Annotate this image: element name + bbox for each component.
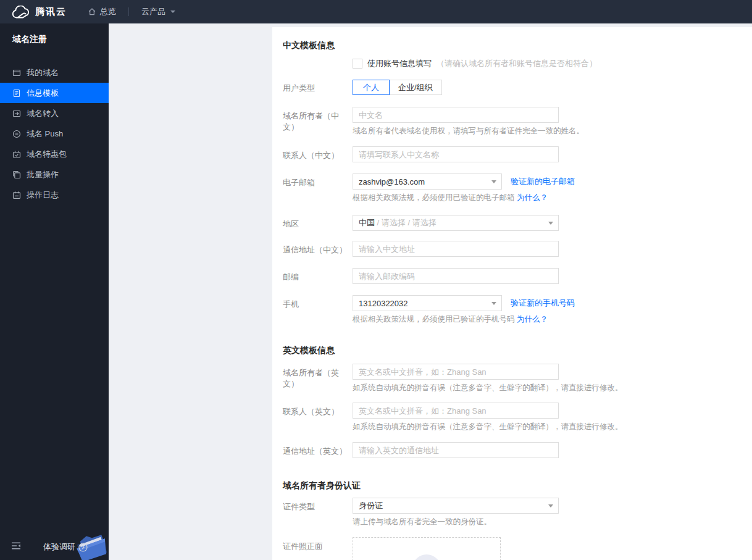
mobile-why-link[interactable]: 为什么？	[517, 315, 548, 324]
sidebar-item-domain-push[interactable]: 域名 Push	[0, 123, 109, 144]
contact-en-help: 如系统自动填充的拼音有误（注意多音字、生僻字的翻译），请直接进行修改。	[353, 422, 623, 432]
brand-name: 腾讯云	[35, 6, 67, 18]
topbar: 腾讯云 总览 云产品	[0, 0, 752, 23]
sidebar-item-label: 域名 Push	[27, 128, 63, 140]
nav-overview[interactable]: 总览	[85, 0, 119, 23]
verify-new-mobile-link[interactable]: 验证新的手机号码	[511, 295, 575, 311]
address-cn-input[interactable]	[353, 241, 559, 257]
mobile-help: 根据相关政策法规，必须使用已验证的手机号码 为什么？	[353, 315, 575, 324]
sidebar-item-label: 域名转入	[27, 108, 59, 119]
email-help: 根据相关政策法规，必须使用已验证的电子邮箱 为什么？	[353, 193, 575, 203]
region-select[interactable]: 中国 / 请选择 / 请选择	[353, 215, 559, 231]
region-selected-country: 中国	[359, 217, 375, 228]
sidebar: 域名注册 我的域名 信息模板 域名转入 域名 Push	[0, 23, 109, 560]
topnav-divider	[128, 7, 129, 16]
user-type-personal-button[interactable]: 个人	[353, 80, 390, 95]
user-type-org-button[interactable]: 企业/组织	[389, 80, 442, 95]
contact-en-label: 联系人（英文）	[283, 403, 353, 432]
verify-new-email-link[interactable]: 验证新的电子邮箱	[511, 173, 575, 190]
chevron-down-icon	[548, 504, 553, 508]
cert-type-label: 证件类型	[283, 498, 353, 527]
section-title-cn-template: 中文模板信息	[283, 40, 752, 50]
use-account-info-checkbox[interactable]	[353, 59, 362, 69]
cert-front-upload-area[interactable]	[353, 537, 501, 560]
cert-type-select[interactable]: 身份证	[353, 498, 559, 514]
owner-cn-label: 域名所有者（中文）	[283, 107, 353, 136]
address-en-label: 通信地址（英文）	[283, 442, 353, 458]
sidebar-item-batch-operations[interactable]: 批量操作	[0, 164, 109, 185]
user-type-switch: 个人 企业/组织	[353, 80, 442, 95]
mobile-select[interactable]: 13120322032	[353, 295, 502, 311]
collapse-sidebar-icon[interactable]	[11, 542, 21, 551]
chevron-down-icon	[548, 222, 553, 225]
email-selected-value: zashvip@163.com	[359, 177, 425, 186]
document-icon	[12, 89, 21, 98]
contact-en-input[interactable]	[353, 403, 559, 419]
tencent-cloud-logo[interactable]: 腾讯云	[11, 6, 67, 19]
section-title-en-template: 英文模板信息	[283, 345, 752, 355]
transfer-icon	[12, 109, 21, 118]
address-en-input[interactable]	[353, 442, 559, 458]
postcode-label: 邮编	[283, 268, 353, 284]
survey-label: 体验调研	[43, 541, 75, 553]
main-area: 中文模板信息 使用账号信息填写 （请确认域名所有者和账号信息是否相符合） 用户类…	[109, 23, 752, 560]
form-card: 中文模板信息 使用账号信息填写 （请确认域名所有者和账号信息是否相符合） 用户类…	[272, 27, 752, 560]
nav-overview-label: 总览	[100, 6, 116, 17]
owner-en-label: 域名所有者（英文）	[283, 364, 353, 393]
circle-arrow-icon	[78, 543, 88, 552]
sidebar-item-label: 批量操作	[27, 169, 59, 180]
mobile-help-text: 根据相关政策法规，必须使用已验证的手机号码	[353, 315, 515, 324]
sidebar-title: 域名注册	[0, 23, 109, 54]
push-icon	[12, 130, 21, 138]
owner-cn-help: 域名所有者代表域名使用权，请填写与所有者证件完全一致的姓名。	[353, 127, 584, 136]
batch-icon	[12, 170, 21, 179]
section-title-owner-identity: 域名所有者身份认证	[283, 480, 752, 490]
cert-type-help: 请上传与域名所有者完全一致的身份证。	[353, 517, 559, 527]
contact-cn-label: 联系人（中文）	[283, 146, 353, 162]
owner-en-input[interactable]	[353, 364, 559, 380]
sidebar-item-my-domains[interactable]: 我的域名	[0, 62, 109, 83]
sidebar-item-domain-deal-package[interactable]: 域名特惠包	[0, 144, 109, 164]
email-select[interactable]: zashvip@163.com	[353, 173, 502, 190]
cloud-logo-icon	[11, 6, 30, 19]
owner-en-help: 如系统自动填充的拼音有误（注意多音字、生僻字的翻译），请直接进行修改。	[353, 383, 623, 393]
sidebar-item-label: 域名特惠包	[27, 149, 67, 160]
chevron-down-icon	[170, 10, 175, 13]
user-type-label: 用户类型	[283, 80, 353, 95]
sidebar-footer: 体验调研	[0, 532, 109, 560]
sidebar-item-domain-transfer-in[interactable]: 域名转入	[0, 103, 109, 123]
sidebar-item-operation-logs[interactable]: 操作日志	[0, 185, 109, 205]
log-icon	[12, 191, 21, 199]
postcode-input[interactable]	[353, 268, 559, 284]
chevron-down-icon	[491, 180, 496, 183]
email-label: 电子邮箱	[283, 173, 353, 203]
chevron-down-icon	[491, 302, 496, 305]
nav-cloud-products-label: 云产品	[141, 6, 165, 17]
upload-cloud-icon	[412, 554, 441, 560]
use-account-info-label: 使用账号信息填写	[367, 58, 432, 69]
use-account-info-row: 使用账号信息填写 （请确认域名所有者和账号信息是否相符合）	[353, 59, 752, 69]
use-account-info-note: （请确认域名所有者和账号信息是否相符合）	[437, 58, 597, 69]
address-cn-label: 通信地址（中文）	[283, 241, 353, 257]
sidebar-item-info-templates[interactable]: 信息模板	[0, 83, 109, 103]
window-icon	[12, 69, 21, 77]
region-unselected-parts: / 请选择 / 请选择	[375, 217, 437, 228]
mobile-label: 手机	[283, 295, 353, 324]
mobile-selected-value: 13120322032	[359, 299, 408, 308]
sidebar-item-label: 操作日志	[27, 190, 59, 201]
cert-type-selected-value: 身份证	[359, 500, 383, 511]
region-label: 地区	[283, 215, 353, 231]
nav-cloud-products[interactable]: 云产品	[139, 0, 178, 23]
email-why-link[interactable]: 为什么？	[517, 193, 548, 202]
owner-cn-input[interactable]	[353, 107, 559, 123]
cert-front-label: 证件照正面	[283, 537, 353, 560]
contact-cn-input[interactable]	[353, 146, 559, 162]
survey-button[interactable]: 体验调研	[43, 541, 88, 553]
sidebar-item-label: 我的域名	[27, 67, 59, 78]
package-icon	[12, 150, 21, 159]
email-help-text: 根据相关政策法规，必须使用已验证的电子邮箱	[353, 193, 515, 202]
home-icon	[88, 7, 96, 16]
sidebar-item-label: 信息模板	[27, 88, 59, 99]
